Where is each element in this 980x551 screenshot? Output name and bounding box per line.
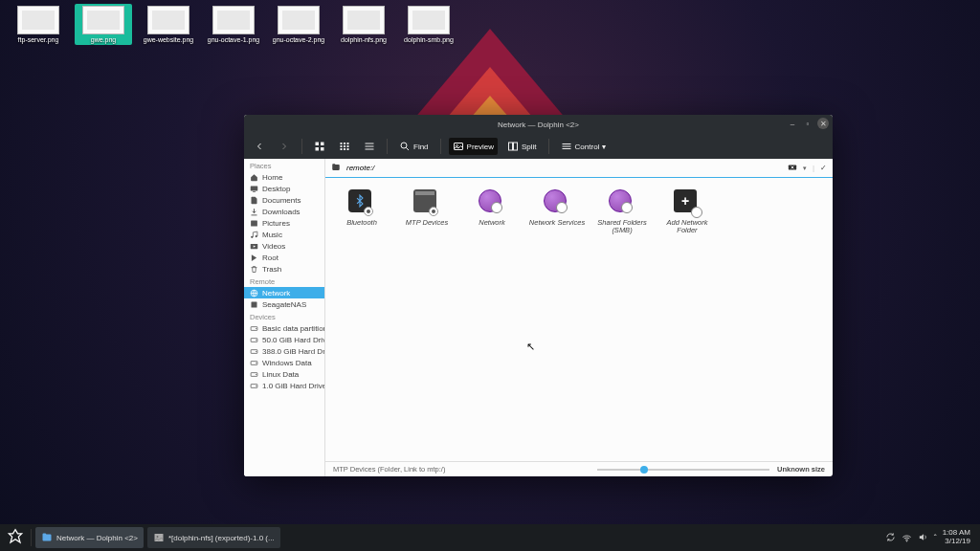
network-item[interactable]: Bluetooth [333, 189, 390, 235]
globe-icon [544, 189, 567, 212]
network-item[interactable]: Shared Folders (SMB) [593, 189, 651, 235]
sidebar-item-label: Windows Data [262, 359, 312, 367]
back-button[interactable] [250, 138, 269, 155]
drive-icon [250, 359, 258, 367]
network-item[interactable]: +Add Network Folder [658, 189, 716, 235]
desktop-icon[interactable]: dolphin-nfs.png [335, 4, 392, 45]
svg-point-47 [367, 209, 370, 213]
sidebar-item-label: Music [262, 231, 282, 239]
sidebar-item-label: Basic data partition [262, 324, 325, 333]
taskbar-item[interactable]: *[dolphin-nfs] (exported)-1.0 (... [147, 527, 280, 548]
pictures-icon [250, 219, 258, 228]
drive-icon [250, 370, 258, 379]
accept-path-icon[interactable]: ✓ [820, 164, 827, 172]
clear-path-icon[interactable] [788, 163, 797, 174]
home-icon [250, 173, 258, 182]
location-bar[interactable]: ▾ | ✓ [325, 159, 833, 178]
titlebar[interactable]: Network — Dolphin <2> – ▫ ✕ [244, 115, 833, 134]
sidebar-item-basic-data-partition[interactable]: Basic data partition [244, 322, 324, 334]
status-size: Unknown size [777, 465, 825, 474]
network-item[interactable]: Network Services [528, 189, 586, 235]
desktop-icon-label: ftp-server.png [18, 36, 59, 43]
sidebar-item-network[interactable]: Network [244, 287, 324, 298]
sidebar-item-label: Desktop [262, 185, 290, 193]
network-item[interactable]: MTP Devices [398, 189, 456, 235]
drive-icon [250, 382, 258, 390]
sidebar-item-home[interactable]: Home [244, 171, 324, 183]
taskbar-item[interactable]: Network — Dolphin <2> [35, 527, 144, 548]
sidebar-item-388-0-gib-hard-drive[interactable]: 388.0 GiB Hard Drive [244, 345, 324, 357]
globe-icon [479, 189, 501, 212]
sidebar-item-50-0-gib-hard-drive[interactable]: 50.0 GiB Hard Drive [244, 334, 324, 345]
sidebar-item-pictures[interactable]: Pictures [244, 217, 324, 229]
desktop-icon-label: gnu-octave-1.png [208, 36, 259, 43]
network-item[interactable]: Network [463, 189, 521, 235]
sidebar-item-documents[interactable]: Documents [244, 194, 324, 206]
remote-header: Remote [244, 275, 324, 287]
svg-rect-27 [251, 220, 257, 226]
taskbar-item-label: *[dolphin-nfs] (exported)-1.0 (... [168, 534, 275, 542]
trash-icon [250, 265, 258, 274]
zoom-slider[interactable] [597, 469, 769, 471]
tray-network-icon[interactable] [902, 532, 912, 544]
svg-point-50 [156, 536, 158, 538]
desktop-icon[interactable]: gwe.png [75, 4, 132, 45]
preview-button[interactable]: Preview [449, 138, 498, 155]
sidebar-item-windows-data[interactable]: Windows Data [244, 357, 324, 368]
image-thumbnail-icon [212, 6, 255, 34]
sidebar-item-trash[interactable]: Trash [244, 263, 324, 275]
svg-point-37 [256, 339, 256, 340]
sidebar-item-desktop[interactable]: Desktop [244, 183, 324, 194]
sidebar-item-seagatenas[interactable]: SeagateNAS [244, 298, 324, 310]
sidebar-item-label: Downloads [262, 208, 301, 216]
clock[interactable]: 1:08 AM 3/12/19 [943, 529, 970, 546]
status-text: MTP Devices (Folder, Link to mtp:/) [333, 465, 445, 474]
sidebar-item-label: Documents [262, 196, 301, 205]
control-button[interactable]: Control ▾ [557, 138, 611, 155]
icon-view[interactable]: BluetoothMTP DevicesNetworkNetwork Servi… [325, 178, 833, 461]
find-button[interactable]: Find [395, 138, 433, 155]
sidebar-item-root[interactable]: Root [244, 252, 324, 263]
videos-icon [250, 242, 258, 251]
dolphin-window: Network — Dolphin <2> – ▫ ✕ Find Preview… [244, 115, 833, 476]
svg-rect-12 [347, 148, 349, 150]
sidebar-item-label: SeagateNAS [262, 300, 306, 309]
sidebar-item-linux-data[interactable]: Linux Data [244, 368, 324, 380]
svg-line-17 [406, 147, 409, 150]
svg-point-48 [432, 209, 435, 213]
desktop-icon[interactable]: dolphin-smb.png [400, 4, 457, 45]
forward-button[interactable] [275, 138, 294, 155]
split-button[interactable]: Split [503, 138, 541, 155]
view-icons-button[interactable] [310, 138, 329, 155]
desktop-icon[interactable]: gnu-octave-1.png [205, 4, 262, 45]
network-item-label: Shared Folders (SMB) [593, 219, 651, 235]
desktop-icon-label: gwe.png [91, 36, 116, 43]
maximize-button[interactable]: ▫ [802, 118, 813, 129]
tray-sync-icon[interactable] [885, 532, 896, 544]
sidebar-item-downloads[interactable]: Downloads [244, 206, 324, 217]
view-details-button[interactable] [360, 138, 379, 155]
sidebar-item-videos[interactable]: Videos [244, 240, 324, 252]
path-dropdown-icon[interactable]: ▾ [803, 165, 807, 172]
add-folder-icon: + [674, 189, 697, 212]
minimize-button[interactable]: – [787, 118, 798, 129]
desktop-icon[interactable]: gwe-website.png [140, 4, 197, 45]
svg-point-43 [256, 373, 256, 374]
desktop-icon[interactable]: ftp-server.png [10, 4, 67, 45]
system-tray: ˆ 1:08 AM 3/12/19 [885, 529, 976, 546]
tray-chevron-icon[interactable]: ˆ [934, 533, 937, 542]
places-header: Places [244, 159, 324, 171]
sidebar-item-1-0-gib-hard-drive[interactable]: 1.0 GiB Hard Drive [244, 380, 324, 391]
folder-icon [41, 532, 53, 543]
close-button[interactable]: ✕ [817, 118, 829, 129]
svg-rect-9 [344, 148, 345, 150]
desktop-icon[interactable]: gnu-octave-2.png [270, 4, 327, 45]
tray-volume-icon[interactable] [918, 532, 928, 544]
svg-point-35 [256, 327, 256, 328]
path-input[interactable] [346, 164, 782, 172]
sidebar-item-label: Network [262, 289, 290, 298]
view-compact-button[interactable] [335, 138, 354, 155]
taskbar-item-label: Network — Dolphin <2> [56, 534, 138, 542]
sidebar-item-music[interactable]: Music [244, 229, 324, 240]
app-launcher[interactable] [4, 526, 27, 549]
